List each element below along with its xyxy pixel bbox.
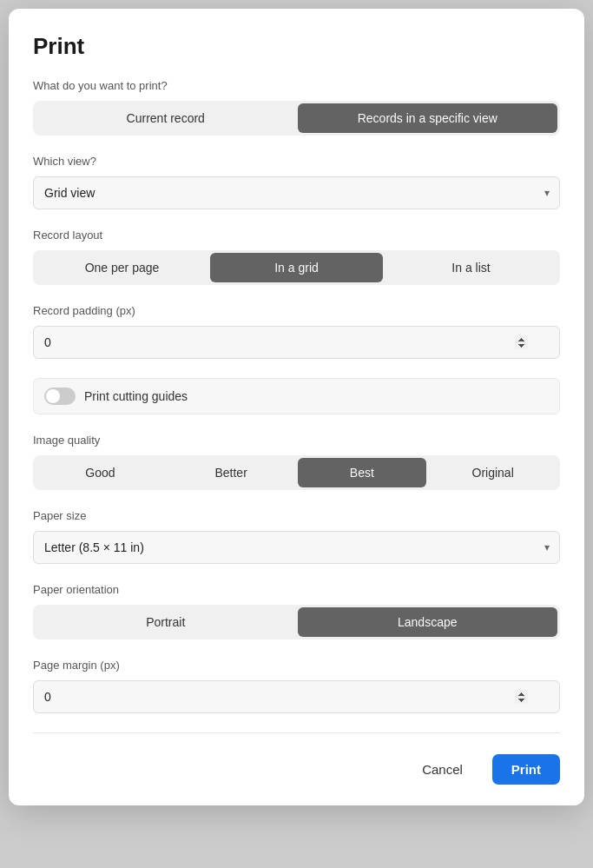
orientation-toggle-group: Portrait Landscape [33,605,560,639]
in-a-list-button[interactable]: In a list [385,253,557,282]
dialog-title: Print [33,33,560,60]
page-margin-input[interactable] [33,680,560,713]
footer-divider [33,732,560,733]
quality-good-button[interactable]: Good [36,458,165,487]
paper-orientation-label: Paper orientation [33,583,560,596]
paper-orientation-section: Paper orientation Portrait Landscape [33,583,560,639]
print-dialog: Print What do you want to print? Current… [9,9,584,805]
view-select-wrapper: Grid view ▾ [33,176,560,209]
cutting-guides-row: Print cutting guides [33,378,560,414]
quality-original-button[interactable]: Original [428,458,557,487]
cutting-guides-section: Print cutting guides [33,378,560,414]
print-type-toggle-group: Current record Records in a specific vie… [33,101,560,136]
which-view-section: Which view? Grid view ▾ [33,155,560,209]
page-margin-wrapper [33,680,560,713]
record-layout-section: Record layout One per page In a grid In … [33,229,560,285]
paper-size-select-wrapper: Letter (8.5 × 11 in) A4 ▾ [33,531,560,564]
current-record-button[interactable]: Current record [36,103,296,133]
cutting-guides-track [44,388,76,405]
record-padding-wrapper [33,326,560,359]
paper-size-label: Paper size [33,509,560,522]
image-quality-label: Image quality [33,434,560,447]
record-layout-label: Record layout [33,229,560,242]
in-a-grid-button[interactable]: In a grid [210,253,383,282]
image-quality-toggle-group: Good Better Best Original [33,455,560,490]
quality-best-button[interactable]: Best [298,458,427,487]
landscape-button[interactable]: Landscape [298,607,558,637]
view-select[interactable]: Grid view [33,176,560,209]
paper-size-section: Paper size Letter (8.5 × 11 in) A4 ▾ [33,509,560,564]
print-type-section: What do you want to print? Current recor… [33,79,560,136]
record-layout-toggle-group: One per page In a grid In a list [33,250,560,285]
cutting-guides-toggle[interactable] [44,388,76,405]
one-per-page-button[interactable]: One per page [36,253,208,282]
dialog-footer: Cancel Print [33,749,560,785]
page-margin-label: Page margin (px) [33,659,560,672]
paper-size-select[interactable]: Letter (8.5 × 11 in) A4 [33,531,560,564]
print-button[interactable]: Print [492,754,560,785]
which-view-label: Which view? [33,155,560,168]
print-type-label: What do you want to print? [33,79,560,92]
quality-better-button[interactable]: Better [167,458,296,487]
records-in-view-button[interactable]: Records in a specific view [298,103,558,133]
cutting-guides-label: Print cutting guides [84,389,188,403]
portrait-button[interactable]: Portrait [36,607,296,637]
image-quality-section: Image quality Good Better Best Original [33,434,560,490]
cancel-button[interactable]: Cancel [403,754,482,785]
record-padding-label: Record padding (px) [33,304,560,317]
page-margin-section: Page margin (px) [33,659,560,713]
record-padding-input[interactable] [33,326,560,359]
record-padding-section: Record padding (px) [33,304,560,359]
